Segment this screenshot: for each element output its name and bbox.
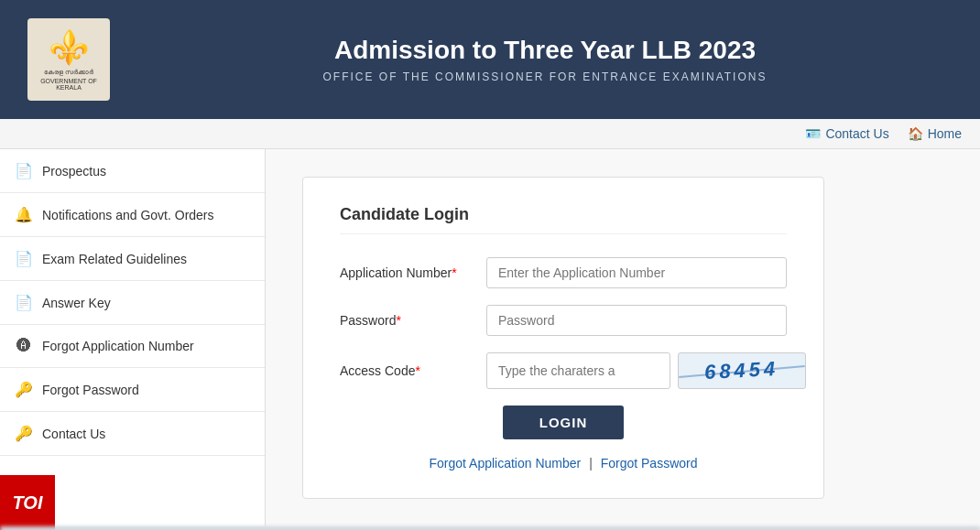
- page-header: ⚜️ കേരള സർക്കാർ GOVERNMENT OF KERALA Adm…: [0, 0, 980, 119]
- sidebar-label-exam-guidelines: Exam Related Guidelines: [42, 252, 187, 266]
- main-content: Candidate Login Application Number* Pass…: [266, 149, 980, 526]
- prospectus-icon: 📄: [15, 162, 33, 179]
- password-row: Password*: [340, 305, 787, 336]
- required-marker: *: [452, 265, 456, 280]
- answer-key-icon: 📄: [15, 294, 33, 311]
- sidebar-label-answer-key: Answer Key: [42, 296, 111, 310]
- sidebar-label-contact: Contact Us: [42, 427, 105, 441]
- sidebar-item-prospectus[interactable]: 📄 Prospectus: [0, 149, 265, 193]
- password-label: Password*: [340, 313, 486, 328]
- access-code-input[interactable]: [486, 352, 670, 389]
- sidebar: 📄 Prospectus 🔔 Notifications and Govt. O…: [0, 149, 266, 526]
- emblem-icon: ⚜️: [49, 28, 90, 67]
- toi-label: TOI: [13, 492, 43, 514]
- header-title-block: Admission to Three Year LLB 2023 OFFICE …: [137, 36, 953, 83]
- application-number-input[interactable]: [486, 257, 787, 288]
- exam-guidelines-icon: 📄: [15, 250, 33, 267]
- link-separator: |: [589, 456, 593, 471]
- logo-text2: GOVERNMENT OF KERALA: [27, 78, 110, 91]
- contact-sidebar-icon: 🔑: [15, 425, 33, 442]
- sidebar-item-contact-us[interactable]: 🔑 Contact Us: [0, 412, 265, 456]
- logo-text1: കേരള സർക്കാർ: [44, 69, 93, 76]
- contact-us-link-top[interactable]: 🪪 Contact Us: [805, 126, 888, 141]
- login-button[interactable]: LOGIN: [503, 406, 625, 439]
- forgot-pwd-icon: 🔑: [15, 381, 33, 398]
- access-code-label: Access Code*: [340, 363, 486, 378]
- sidebar-label-notifications: Notifications and Govt. Orders: [42, 208, 214, 222]
- application-number-label: Application Number*: [340, 265, 486, 280]
- forgot-app-number-link[interactable]: Forgot Application Number: [429, 456, 581, 471]
- sidebar-label-forgot-pwd: Forgot Password: [42, 383, 139, 397]
- contact-icon: 🪪: [805, 126, 821, 141]
- password-input[interactable]: [486, 305, 787, 336]
- sidebar-item-exam-guidelines[interactable]: 📄 Exam Related Guidelines: [0, 237, 265, 281]
- bottom-strip: [0, 526, 980, 530]
- sidebar-item-answer-key[interactable]: 📄 Answer Key: [0, 281, 265, 325]
- main-layout: 📄 Prospectus 🔔 Notifications and Govt. O…: [0, 149, 980, 526]
- home-link-top[interactable]: 🏠 Home: [908, 126, 962, 141]
- sidebar-label-prospectus: Prospectus: [42, 164, 106, 178]
- access-code-inputs: 68454: [486, 352, 806, 389]
- required-marker-ac: *: [415, 363, 419, 378]
- notifications-icon: 🔔: [15, 206, 33, 223]
- login-links: Forgot Application Number | Forgot Passw…: [340, 456, 787, 471]
- page-title: Admission to Three Year LLB 2023: [137, 36, 953, 65]
- top-nav-bar: 🪪 Contact Us 🏠 Home: [0, 119, 980, 149]
- login-title: Candidate Login: [340, 205, 787, 234]
- sidebar-label-forgot-app: Forgot Application Number: [42, 339, 194, 353]
- captcha-text: 68454: [704, 357, 779, 384]
- sidebar-item-forgot-app-number[interactable]: 🅐 Forgot Application Number: [0, 325, 265, 368]
- login-card: Candidate Login Application Number* Pass…: [302, 177, 824, 499]
- access-code-row: Access Code* 68454: [340, 352, 787, 389]
- forgot-password-link[interactable]: Forgot Password: [601, 456, 698, 471]
- sidebar-item-forgot-password[interactable]: 🔑 Forgot Password: [0, 368, 265, 412]
- home-icon: 🏠: [908, 126, 923, 141]
- toi-badge: TOI: [0, 475, 55, 530]
- application-number-row: Application Number*: [340, 257, 787, 288]
- sidebar-item-notifications[interactable]: 🔔 Notifications and Govt. Orders: [0, 193, 265, 237]
- logo-container: ⚜️ കേരള സർക്കാർ GOVERNMENT OF KERALA: [27, 18, 110, 101]
- required-marker-pwd: *: [396, 313, 400, 328]
- forgot-app-icon: 🅐: [15, 338, 33, 354]
- captcha-image: 68454: [678, 352, 806, 389]
- page-subtitle: OFFICE OF THE COMMISSIONER FOR ENTRANCE …: [137, 70, 953, 83]
